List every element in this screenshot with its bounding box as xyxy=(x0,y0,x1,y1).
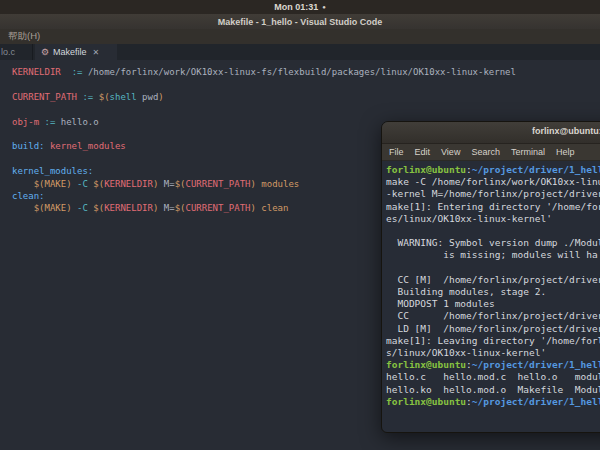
terminal-title: forlinx@ubuntu: xyxy=(532,126,600,136)
terminal-menu-item-file[interactable]: File xyxy=(389,147,404,157)
code-line xyxy=(386,225,600,237)
code-line: WARNING: Symbol version dump ./Modul xyxy=(386,237,600,249)
code-line xyxy=(386,262,600,274)
terminal-output[interactable]: forlinx@ubuntu:~/project/driver/1_hellma… xyxy=(382,161,600,408)
menu-item-help[interactable]: 帮助(H) xyxy=(4,30,44,43)
code-line xyxy=(12,78,600,90)
code-line: make[1]: Leaving directory '/home/forl xyxy=(386,335,600,347)
code-line: make -C /home/forlinx/work/OK10xx-linu xyxy=(386,176,600,188)
terminal-menu-item-search[interactable]: Search xyxy=(471,147,500,157)
tab-close-icon[interactable]: ✕ xyxy=(93,48,100,57)
editor-tab-bar: lo.c ⚙ Makefile ✕ xyxy=(0,44,600,60)
code-line: MODPOST 1 modules xyxy=(386,298,600,310)
vscode-titlebar[interactable]: Makefile - 1_hello - Visual Studio Code xyxy=(0,14,600,29)
code-line: LD [M] /home/forlinx/project/driver xyxy=(386,323,600,335)
code-line: CC [M] /home/forlinx/project/driver xyxy=(386,274,600,286)
code-line: hello.ko hello.mod.o Makefile Modul xyxy=(386,384,600,396)
terminal-menu-item-view[interactable]: View xyxy=(441,147,460,157)
terminal-menu-item-terminal[interactable]: Terminal xyxy=(511,147,545,157)
tab-label: Makefile xyxy=(53,47,87,57)
code-line: CC /home/forlinx/project/driver xyxy=(386,310,600,322)
code-line: forlinx@ubuntu:~/project/driver/1_hell xyxy=(386,164,600,176)
code-line: forlinx@ubuntu:~/project/driver/1_hell xyxy=(386,359,600,371)
vscode-menubar: 帮助(H) xyxy=(0,29,600,44)
terminal-menubar: FileEditViewSearchTerminalHelp xyxy=(382,144,600,161)
code-line: s/linux/OK10xx-linux-kernel' xyxy=(386,347,600,359)
code-line: hello.c hello.mod.c hello.o modul xyxy=(386,371,600,383)
tab-makefile[interactable]: ⚙ Makefile ✕ xyxy=(35,44,117,60)
code-line: make[1]: Entering directory '/home/for xyxy=(386,201,600,213)
tab-label: lo.c xyxy=(1,47,15,57)
code-line: CURRENT_PATH := $(shell pwd) xyxy=(12,91,600,103)
code-line: -kernel M=/home/forlinx/project/driver xyxy=(386,188,600,200)
makefile-file-icon: ⚙ xyxy=(41,48,49,57)
vscode-window-title: Makefile - 1_hello - Visual Studio Code xyxy=(218,17,382,27)
code-line xyxy=(12,103,600,115)
panel-indicator-icon[interactable]: ● xyxy=(322,4,326,10)
terminal-window[interactable]: forlinx@ubuntu: FileEditViewSearchTermin… xyxy=(381,121,600,433)
panel-clock[interactable]: Mon 01:31 xyxy=(274,2,318,12)
code-line: KERNELDIR := /home/forlinx/work/OK10xx-l… xyxy=(12,66,600,78)
terminal-titlebar[interactable]: forlinx@ubuntu: xyxy=(382,122,600,144)
code-line: es/linux/OK10xx-linux-kernel' xyxy=(386,213,600,225)
tab-hello-c[interactable]: lo.c xyxy=(0,44,33,60)
code-line: forlinx@ubuntu:~/project/driver/1_hell xyxy=(386,396,600,408)
ubuntu-top-panel: Mon 01:31 ● xyxy=(0,0,600,14)
code-line: is missing; modules will ha xyxy=(386,249,600,261)
code-line: Building modules, stage 2. xyxy=(386,286,600,298)
desktop: { "palette": { "editor_bg": "#282c34", "… xyxy=(0,0,600,450)
terminal-menu-item-edit[interactable]: Edit xyxy=(415,147,431,157)
terminal-menu-item-help[interactable]: Help xyxy=(556,147,575,157)
